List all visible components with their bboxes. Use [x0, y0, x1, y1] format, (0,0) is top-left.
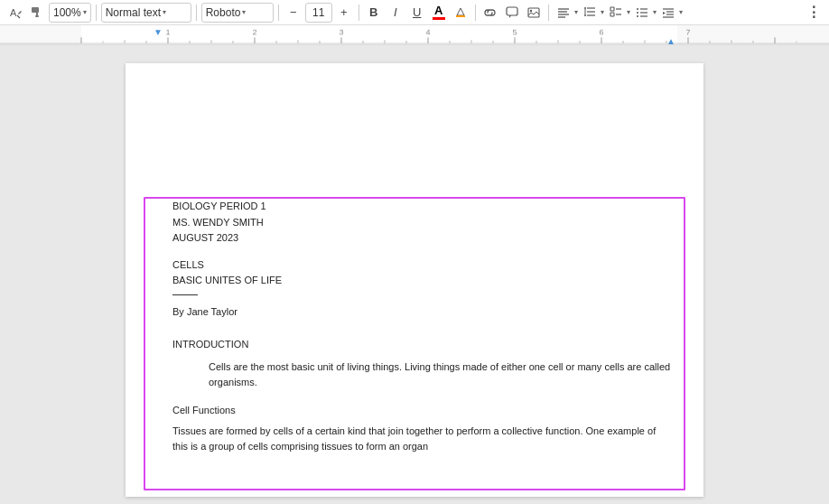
- underline-button[interactable]: U: [407, 3, 427, 23]
- paint-format-icon[interactable]: [27, 3, 47, 23]
- author-text: By Jane Taylor: [172, 304, 676, 320]
- zoom-chevron: ▾: [83, 8, 87, 16]
- svg-rect-17: [610, 13, 614, 16]
- indent-chevron: ▾: [679, 8, 683, 16]
- separator-3: [278, 5, 279, 21]
- comment-button[interactable]: [502, 3, 522, 23]
- title-line2: BASIC UNITES OF LIFE: [172, 273, 676, 289]
- svg-rect-3: [35, 15, 39, 17]
- text-style-chevron: ▾: [163, 8, 166, 16]
- ruler-canvas: [0, 25, 829, 44]
- right-indent-marker[interactable]: ▲: [666, 36, 675, 45]
- below-paragraph: Tissues are formed by cells of a certain…: [172, 424, 657, 454]
- header-line1: BIOLOGY PERIOD 1: [172, 199, 676, 215]
- align-button[interactable]: [554, 3, 573, 23]
- list-chevron: ▾: [653, 8, 657, 16]
- font-value: Roboto: [206, 6, 241, 19]
- toolbar: A 100% ▾ Normal text ▾ Roboto ▾ − 11 + B…: [0, 0, 829, 25]
- line-spacing-chevron: ▾: [601, 8, 604, 16]
- document-page: BIOLOGY PERIOD 1 MS. WENDY SMITH AUGUST …: [126, 63, 703, 497]
- link-button[interactable]: [480, 3, 500, 23]
- left-indent-marker[interactable]: ▼: [154, 27, 163, 37]
- separator-4: [359, 5, 359, 21]
- document-area[interactable]: BIOLOGY PERIOD 1 MS. WENDY SMITH AUGUST …: [0, 45, 829, 504]
- svg-point-7: [530, 9, 532, 11]
- svg-rect-4: [456, 15, 465, 17]
- below-heading: Cell Functions: [172, 403, 657, 418]
- document-divider: [172, 294, 198, 295]
- list-button[interactable]: [632, 3, 652, 23]
- below-content: Cell Functions Tissues are formed by cel…: [153, 403, 676, 454]
- bold-button[interactable]: B: [364, 3, 384, 23]
- italic-button[interactable]: I: [386, 3, 405, 23]
- svg-rect-15: [610, 7, 614, 11]
- intro-section: INTRODUCTION Cells are the most basic un…: [153, 337, 676, 390]
- ruler: ▼ ▲: [0, 25, 829, 45]
- intro-heading: INTRODUCTION: [172, 337, 676, 352]
- checklist-button[interactable]: [606, 3, 626, 23]
- svg-rect-5: [507, 7, 517, 15]
- header-line2: MS. WENDY SMITH: [172, 215, 676, 231]
- text-style-value: Normal text: [106, 6, 161, 19]
- separator-1: [96, 5, 97, 21]
- svg-text:A: A: [10, 7, 17, 18]
- image-button[interactable]: [524, 3, 544, 23]
- indent-button[interactable]: [658, 3, 678, 23]
- font-size-plus-button[interactable]: +: [334, 3, 354, 23]
- checklist-chevron: ▾: [627, 8, 630, 16]
- svg-point-21: [637, 15, 638, 17]
- font-size-input[interactable]: 11: [305, 3, 332, 23]
- header-line3: AUGUST 2023: [172, 230, 676, 247]
- separator-5: [475, 5, 476, 21]
- separator-6: [548, 5, 549, 21]
- font-color-bar: [433, 17, 445, 20]
- zoom-value: 100%: [53, 6, 81, 19]
- title-line1: CELLS: [172, 257, 676, 274]
- font-dropdown[interactable]: Roboto ▾: [201, 3, 274, 23]
- font-chevron: ▾: [242, 8, 246, 16]
- intro-paragraph: Cells are the most basic unit of living …: [172, 359, 676, 390]
- align-chevron: ▾: [574, 8, 578, 16]
- document-title-block: CELLS BASIC UNITES OF LIFE: [153, 257, 676, 289]
- document-header: BIOLOGY PERIOD 1 MS. WENDY SMITH AUGUST …: [153, 199, 676, 247]
- line-spacing-button[interactable]: [580, 3, 600, 23]
- spellcheck-icon[interactable]: A: [5, 3, 25, 23]
- svg-point-20: [637, 12, 638, 14]
- document-author: By Jane Taylor: [153, 304, 676, 320]
- zoom-dropdown[interactable]: 100% ▾: [49, 3, 91, 23]
- font-color-letter: A: [434, 5, 442, 16]
- font-color-button[interactable]: A: [429, 5, 449, 20]
- text-style-dropdown[interactable]: Normal text ▾: [101, 3, 191, 23]
- highlight-button[interactable]: [451, 3, 470, 23]
- svg-point-19: [637, 8, 638, 10]
- document-content: BIOLOGY PERIOD 1 MS. WENDY SMITH AUGUST …: [153, 199, 676, 390]
- more-options-button[interactable]: ⋮: [804, 3, 824, 23]
- font-size-minus-button[interactable]: −: [284, 3, 303, 23]
- separator-2: [196, 5, 197, 21]
